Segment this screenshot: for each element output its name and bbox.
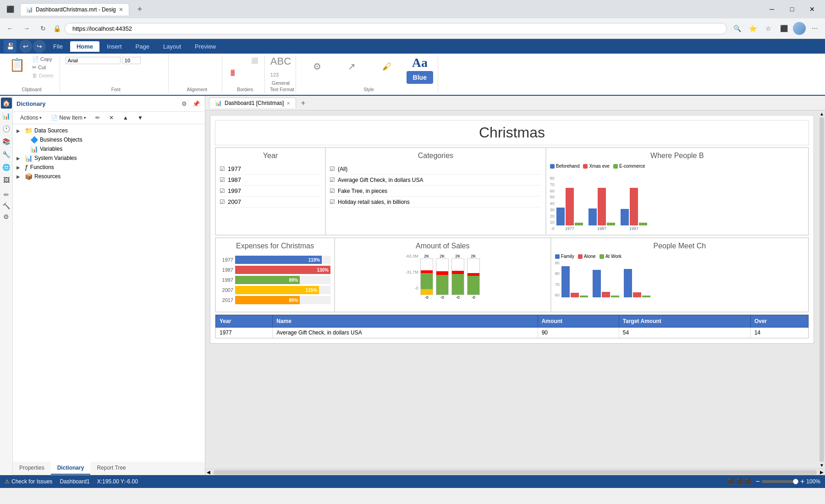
collections-btn[interactable]: ⬛ bbox=[777, 22, 790, 35]
interaction-btn[interactable]: ↗ Interaction bbox=[336, 59, 367, 80]
tab-home[interactable]: Home bbox=[70, 41, 99, 52]
sv-expander[interactable]: ▶ bbox=[16, 156, 23, 161]
align-center-btn[interactable]: ≡ bbox=[136, 66, 146, 77]
vs-globe-icon[interactable]: 🌐 bbox=[1, 162, 12, 173]
year-item-1997[interactable]: ☑ 1997 bbox=[220, 186, 321, 197]
dashboard-tab-close[interactable]: ✕ bbox=[286, 101, 290, 106]
scroll-right-arrow[interactable]: ▶ bbox=[819, 470, 825, 475]
tab-file[interactable]: File bbox=[47, 41, 69, 52]
status-icon-1[interactable]: ⬛ bbox=[728, 478, 735, 485]
sidebar-toggle-btn[interactable]: ⬛ bbox=[4, 3, 16, 16]
actions-btn[interactable]: Actions ▾ bbox=[16, 114, 45, 122]
tree-functions[interactable]: ▶ ƒ Functions bbox=[13, 163, 205, 172]
new-tab-btn[interactable]: + bbox=[133, 2, 147, 17]
delete-btn[interactable]: 🗑 Delete bbox=[31, 72, 55, 79]
status-icon-2[interactable]: ⬛ bbox=[737, 478, 743, 485]
strikethrough-btn[interactable]: S bbox=[99, 66, 109, 77]
fill-color-btn[interactable]: ▓ bbox=[228, 67, 238, 77]
vs-clock-icon[interactable]: 🕐 bbox=[1, 123, 12, 134]
border-btn3[interactable]: ⬜ bbox=[250, 55, 260, 66]
add-tab-btn[interactable]: + bbox=[298, 98, 308, 108]
redo-btn[interactable]: ↪ bbox=[33, 40, 46, 53]
move-down-btn[interactable]: ▼ bbox=[134, 114, 147, 122]
refresh-btn[interactable]: ↻ bbox=[37, 22, 50, 35]
scroll-left-arrow[interactable]: ◀ bbox=[205, 470, 212, 475]
h-scroll-thumb[interactable] bbox=[214, 470, 817, 475]
search-btn[interactable]: 🔍 bbox=[731, 22, 743, 35]
data-sources-expander[interactable]: ▶ bbox=[16, 128, 23, 133]
zoom-in-btn[interactable]: + bbox=[800, 477, 804, 486]
border-btn2[interactable]: ▣ bbox=[239, 55, 249, 66]
save-btn[interactable]: 💾 bbox=[4, 40, 16, 53]
vs-tool-icon[interactable]: 🔨 bbox=[1, 200, 12, 211]
cat-gift[interactable]: ☑ Average Gift Check, in dollars USA bbox=[330, 175, 542, 186]
dashboard-tab[interactable]: 📊 Dashboard1 [Christmas] ✕ bbox=[209, 98, 296, 108]
zoom-slider[interactable] bbox=[762, 480, 798, 483]
tree-resources[interactable]: ▶ 📦 Resources bbox=[13, 172, 205, 181]
tab-properties[interactable]: Properties bbox=[13, 462, 51, 475]
zoom-out-btn[interactable]: − bbox=[756, 477, 760, 486]
h-left-btn[interactable]: ▤ bbox=[174, 67, 184, 77]
h-justify-btn[interactable]: ▩ bbox=[207, 67, 217, 77]
check-issues-item[interactable]: ⚠ Check for Issues bbox=[5, 478, 52, 485]
copy-btn[interactable]: 📄 Copy bbox=[31, 55, 55, 63]
year-item-1987[interactable]: ☑ 1987 bbox=[220, 175, 321, 186]
copy-style-btn[interactable]: 🖌 Copy Style bbox=[371, 60, 402, 80]
back-btn[interactable]: ← bbox=[4, 22, 16, 35]
border-style-btn[interactable]: ═ bbox=[250, 67, 260, 77]
scroll-up-icon[interactable]: ▲ bbox=[820, 111, 824, 116]
h-center-btn[interactable]: ▦ bbox=[185, 67, 195, 77]
vert-bot-btn[interactable]: ⬇ bbox=[196, 55, 206, 66]
cat-all[interactable]: ☑ (All) bbox=[330, 164, 542, 175]
active-browser-tab[interactable]: 📊 DashboardChristmas.mrt - Desig ✕ bbox=[20, 3, 129, 16]
move-up-btn[interactable]: ▲ bbox=[119, 114, 132, 122]
blue-style-btn[interactable]: Blue bbox=[407, 71, 433, 84]
favorites-btn[interactable]: ☆ bbox=[762, 22, 775, 35]
align-right-btn[interactable]: ≡ bbox=[147, 66, 157, 77]
bold-btn[interactable]: B bbox=[66, 66, 76, 77]
zoom-thumb[interactable] bbox=[793, 479, 798, 484]
italic-btn[interactable]: I bbox=[77, 66, 87, 77]
underline-btn[interactable]: U bbox=[88, 66, 98, 77]
vs-settings-icon[interactable]: ⚙ bbox=[1, 211, 12, 222]
year-item-1977[interactable]: ☑ 1977 bbox=[220, 164, 321, 175]
res-expander[interactable]: ▶ bbox=[16, 174, 23, 179]
tab-close-btn[interactable]: ✕ bbox=[119, 6, 123, 13]
paste-btn[interactable]: 📋 Paste bbox=[6, 55, 29, 81]
vs-filter-icon[interactable]: 🔧 bbox=[1, 149, 12, 160]
tab-dictionary[interactable]: Dictionary bbox=[51, 462, 91, 475]
vs-image-icon[interactable]: 🖼 bbox=[1, 175, 12, 186]
cat-retail[interactable]: ☑ Holiday retail sales, in billions bbox=[330, 197, 542, 208]
tab-report-tree[interactable]: Report Tree bbox=[90, 462, 132, 475]
bottom-scrollbar[interactable]: ◀ ▶ bbox=[205, 469, 825, 475]
vs-layers-icon[interactable]: 📚 bbox=[1, 136, 12, 147]
edit-btn[interactable]: ✏ bbox=[92, 114, 104, 122]
font-color-btn[interactable]: A bbox=[110, 66, 120, 77]
tab-layout[interactable]: Layout bbox=[157, 41, 187, 52]
scroll-down-icon[interactable]: ▼ bbox=[820, 463, 824, 468]
right-scrollbar[interactable]: ▲ ▼ bbox=[819, 110, 825, 469]
forward-btn[interactable]: → bbox=[20, 22, 33, 35]
tab-preview[interactable]: Preview bbox=[188, 41, 222, 52]
scroll-thumb[interactable] bbox=[820, 117, 824, 462]
h-right-btn[interactable]: ▧ bbox=[196, 67, 206, 77]
align-left-text-btn[interactable]: ≡ bbox=[125, 66, 135, 77]
border-color-btn[interactable]: ─ bbox=[239, 67, 249, 77]
settings-btn[interactable]: ⋯ bbox=[808, 22, 821, 35]
vert-top-btn[interactable]: ⬆ bbox=[174, 55, 184, 66]
dict-pin-btn[interactable]: 📌 bbox=[191, 99, 201, 109]
text-orient-btn[interactable]: ↕ bbox=[154, 55, 164, 66]
tab-insert[interactable]: Insert bbox=[100, 41, 128, 52]
vs-home-icon[interactable]: 🏠 bbox=[1, 98, 12, 109]
new-item-btn[interactable]: 📄 New Item ▾ bbox=[47, 114, 90, 122]
font-name-input[interactable] bbox=[66, 57, 121, 64]
maximize-btn[interactable]: □ bbox=[783, 3, 801, 16]
undo-btn[interactable]: ↩ bbox=[19, 40, 32, 53]
minimize-btn[interactable]: ─ bbox=[763, 3, 781, 16]
fn-expander[interactable]: ▶ bbox=[16, 165, 23, 170]
remove-btn[interactable]: ✕ bbox=[105, 114, 117, 122]
conditions-btn[interactable]: ⚙ Conditions bbox=[302, 59, 333, 80]
address-input[interactable] bbox=[65, 23, 727, 34]
vert-mid-btn[interactable]: ↔ bbox=[185, 55, 195, 66]
dict-settings-btn[interactable]: ⚙ bbox=[179, 99, 189, 109]
